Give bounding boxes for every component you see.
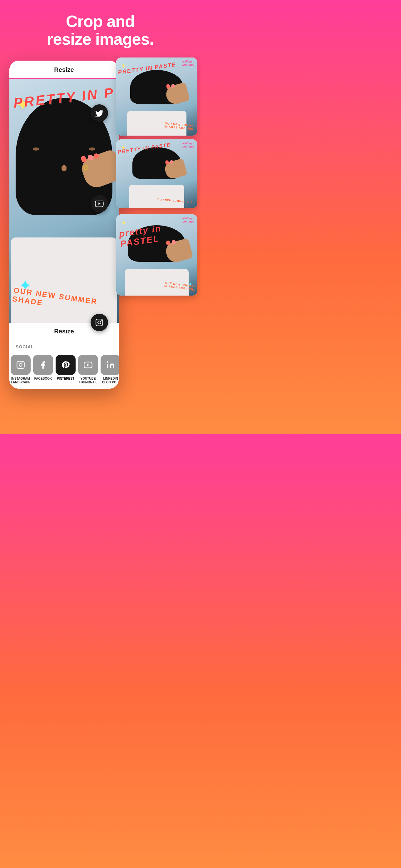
instagram-platform-button[interactable] — [91, 314, 108, 331]
youtube-icon — [78, 355, 98, 375]
facebook-icon — [33, 355, 53, 375]
svg-point-5 — [107, 362, 108, 363]
sidebar-item-facebook[interactable]: FACEBOOK — [32, 352, 54, 388]
phone-mockup-area: Resize ✦ PRETTY IN P — [0, 58, 201, 423]
youtube-thumbnail-label: YOUTUBE THUMBNAIL — [78, 377, 98, 384]
sidebar-item-linkedin[interactable]: LINKEDIN BLOG PO... — [99, 352, 119, 388]
youtube-platform-button[interactable] — [91, 195, 108, 213]
right-cards-column: ✦ Nailingboutique PRETTY IN PASTE OUR NE… — [116, 58, 197, 299]
svg-point-2 — [22, 363, 23, 364]
small-card-twitter-image: ✦ Nailingboutique PRETTY IN PASTE OUR NE… — [116, 58, 197, 135]
pinterest-label: PINTEREST — [57, 377, 74, 380]
instagram-icon — [11, 355, 31, 375]
svg-rect-0 — [17, 362, 24, 369]
social-section-label: SOCIAL — [9, 344, 119, 352]
small-card-instagram: ✦ Nailing itboutique pretty in PASTEL ✦ … — [116, 214, 197, 296]
sc-brand-2: Nailing itboutique — [182, 142, 194, 148]
page-title: Crop andresize images. — [19, 12, 182, 48]
linkedin-icon — [101, 355, 119, 375]
sc-brand-3: Nailing itboutique — [182, 217, 194, 223]
svg-rect-7 — [96, 319, 103, 326]
small-card-youtube-image: ✦ Nailing itboutique PRETTY IN PASTE OUR… — [116, 140, 197, 208]
sidebar-item-youtube-thumbnail[interactable]: YOUTUBE THUMBNAIL — [77, 352, 99, 388]
twitter-platform-button[interactable] — [91, 104, 108, 122]
svg-point-1 — [19, 364, 22, 367]
small-card-twitter: ✦ Nailingboutique PRETTY IN PASTE OUR NE… — [116, 58, 197, 135]
sc-brand-1: Nailingboutique — [182, 60, 194, 66]
social-icons-row: INSTAGRAM LANDSCAPE FACEBOOK PINTEREST — [9, 352, 119, 388]
pinterest-icon — [56, 355, 75, 375]
social-section: SOCIAL INSTAGRAM LANDSCAPE FACEBOOK — [9, 340, 119, 388]
sc-sparkle-yellow-2: ✦ — [121, 144, 126, 152]
sc-sparkle-yellow-1: ✦ — [121, 62, 126, 70]
instagram-landscape-label: INSTAGRAM LANDSCAPE — [11, 377, 31, 384]
svg-marker-3 — [87, 364, 89, 366]
header-section: Crop andresize images. — [0, 0, 201, 58]
small-card-youtube: ✦ Nailing itboutique PRETTY IN PASTE OUR… — [116, 140, 197, 208]
linkedin-label: LINKEDIN BLOG PO... — [101, 377, 119, 384]
sc-sparkle-yellow-3: ✦ — [121, 219, 127, 227]
small-card-instagram-image: ✦ Nailing itboutique pretty in PASTEL ✦ … — [116, 214, 197, 296]
svg-marker-6 — [98, 203, 101, 205]
sidebar-item-instagram-landscape[interactable]: INSTAGRAM LANDSCAPE — [9, 352, 32, 388]
svg-rect-4 — [107, 364, 108, 368]
sidebar-item-pinterest[interactable]: PINTEREST — [54, 352, 77, 388]
main-card-title: Resize — [9, 61, 119, 78]
svg-point-9 — [101, 320, 102, 321]
facebook-label: FACEBOOK — [34, 377, 52, 380]
svg-point-8 — [98, 321, 101, 324]
